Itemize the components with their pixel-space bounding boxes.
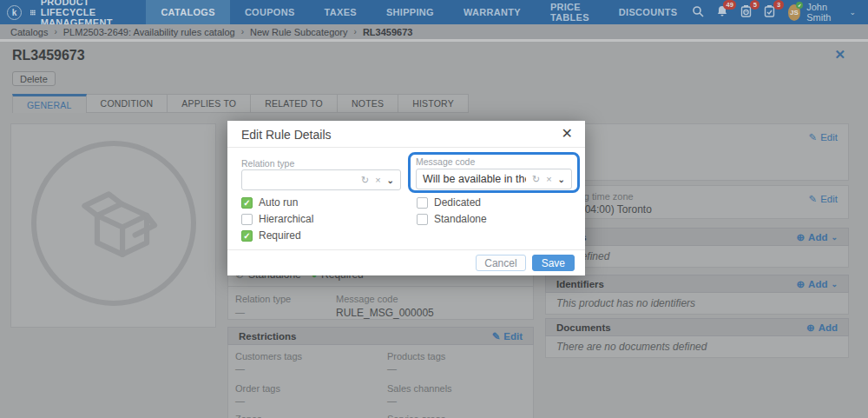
dedicated-checkbox[interactable] <box>417 197 428 209</box>
required-checkbox[interactable] <box>241 230 253 242</box>
field-value: — <box>387 395 397 406</box>
breadcrumb-catalog[interactable]: PLM2503-2649: Availability rules catalog <box>63 27 235 37</box>
documents-add-button[interactable]: ⊕ Add <box>806 322 838 334</box>
app-brand: PRODUCT LIFECYCLE MANAGEMENT <box>30 0 146 24</box>
nav-item-discounts[interactable]: DISCOUNTS <box>604 0 692 24</box>
breadcrumb-separator-icon: › <box>241 27 244 36</box>
checkbox-row-required: Required <box>241 229 301 242</box>
cancel-button[interactable]: Cancel <box>476 255 525 271</box>
user-name: John Smith <box>806 2 843 23</box>
nav-item-shipping[interactable]: SHIPPING <box>372 0 449 24</box>
tab-history[interactable]: HISTORY <box>398 94 469 113</box>
tab-bar: GENERAL CONDITION APPLIES TO RELATED TO … <box>12 94 469 113</box>
timezone-edit-button[interactable]: ✎ Edit <box>809 193 838 205</box>
summary-edit-button[interactable]: ✎ Edit <box>809 131 838 143</box>
plus-circle-icon: ⊕ <box>796 278 805 290</box>
nav-item-coupons[interactable]: COUPONS <box>230 0 310 24</box>
nav-item-catalogs[interactable]: CATALOGS <box>146 0 230 24</box>
breadcrumb: Catalogs › PLM2503-2649: Availability ru… <box>0 24 868 39</box>
nav-item-taxes[interactable]: TAXES <box>310 0 372 24</box>
relation-type-field-label: Relation type <box>241 158 294 169</box>
pencil-icon: ✎ <box>809 131 818 143</box>
modal-header-divider <box>227 147 585 148</box>
row-divider <box>228 286 533 287</box>
product-image-card <box>10 123 216 328</box>
hierarchical-checkbox[interactable] <box>241 214 253 225</box>
pencil-icon: ✎ <box>492 330 501 342</box>
message-code-input-value[interactable]: Will be available in the future <box>423 173 526 185</box>
delete-button[interactable]: Delete <box>12 71 56 86</box>
modal-footer: Cancel Save <box>227 249 585 275</box>
nav-item-price-tables[interactable]: PRICE TABLES <box>536 0 604 24</box>
user-avatar: JS ✓ <box>788 4 801 21</box>
field-label: Order tags <box>235 383 280 394</box>
message-code-field-label: Message code <box>416 156 572 167</box>
grid-menu-icon <box>30 8 36 17</box>
refresh-icon[interactable]: ↻ <box>532 174 540 185</box>
checkbox-row-standalone: Standalone <box>417 213 487 225</box>
tab-general[interactable]: GENERAL <box>12 94 87 113</box>
image-placeholder-circle <box>31 141 196 306</box>
plm-app: k PRODUCT LIFECYCLE MANAGEMENT CATALOGS … <box>0 0 868 418</box>
identifiers-add-button[interactable]: ⊕ Add ⌄ <box>796 278 838 290</box>
modal-close-icon[interactable]: ✕ <box>562 125 573 142</box>
plus-circle-icon: ⊕ <box>806 322 815 334</box>
notifications-badge: 49 <box>723 0 736 10</box>
identifiers-section-header: Identifiers ⊕ Add ⌄ <box>545 275 849 293</box>
clear-icon[interactable]: × <box>375 175 380 185</box>
checkbox-row-auto-run: Auto run <box>241 196 298 209</box>
field-label: Customers tags <box>235 351 302 362</box>
timezone-card: Catalog time zone (UTC-04:00) Toronto ✎ … <box>545 185 849 219</box>
online-status-icon: ✓ <box>796 2 803 9</box>
chevron-down-icon[interactable]: ⌄ <box>558 175 565 184</box>
auto-run-checkbox[interactable] <box>241 197 253 209</box>
plus-circle-icon: ⊕ <box>796 231 805 243</box>
tab-condition[interactable]: CONDITION <box>87 94 168 113</box>
relation-type-combobox[interactable]: ↻ × ⌄ <box>241 169 401 190</box>
restrictions-body: Customers tags — Products tags — Order t… <box>227 345 534 418</box>
chevron-down-icon: ⌄ <box>849 8 856 17</box>
nav-menu: CATALOGS COUPONS TAXES SHIPPING WARRANTY… <box>146 0 692 24</box>
breadcrumb-catalogs[interactable]: Catalogs <box>10 27 48 37</box>
tasks-clipboard-icon[interactable]: 5 <box>740 5 752 19</box>
tasks-badge: 5 <box>750 0 760 10</box>
prices-section-body: Not defined <box>545 246 849 268</box>
message-code-combobox[interactable]: Will be available in the future ↻ × ⌄ <box>416 169 572 189</box>
relation-type-value: — <box>235 307 245 317</box>
nav-item-warranty[interactable]: WARRANTY <box>449 0 536 24</box>
notifications-bell-icon[interactable]: 49 <box>716 5 728 19</box>
field-value: — <box>235 395 245 406</box>
chevron-down-icon: ⌄ <box>831 233 838 242</box>
breadcrumb-subcategory[interactable]: New Rule Subcategory <box>250 27 348 37</box>
field-label: Service areas <box>387 414 445 418</box>
nav-right-tools: 49 5 3 JS ✓ John <box>692 0 868 24</box>
search-icon[interactable] <box>692 5 704 19</box>
field-label: Sales channels <box>387 383 452 394</box>
message-code-label: Message code <box>336 294 398 304</box>
tab-applies-to[interactable]: APPLIES TO <box>168 94 251 113</box>
approvals-clipboard-icon[interactable]: 3 <box>764 5 775 19</box>
breadcrumb-separator-icon: › <box>54 27 56 36</box>
checkbox-row-hierarchical: Hierarchical <box>241 213 313 225</box>
save-button[interactable]: Save <box>532 255 575 271</box>
standalone-checkbox[interactable] <box>417 214 428 225</box>
message-code-value: RULE_MSG_000005 <box>336 307 434 319</box>
prices-add-button[interactable]: ⊕ Add ⌄ <box>796 231 838 243</box>
field-label: Products tags <box>387 351 445 362</box>
tab-notes[interactable]: NOTES <box>338 94 398 113</box>
chevron-down-icon[interactable]: ⌄ <box>387 176 394 185</box>
documents-section-body: There are no documents defined <box>545 336 849 358</box>
user-menu[interactable]: JS ✓ John Smith ⌄ <box>788 2 856 23</box>
page-close-icon[interactable]: ✕ <box>834 47 845 63</box>
refresh-icon[interactable]: ↻ <box>361 175 369 186</box>
clear-icon[interactable]: × <box>546 174 551 184</box>
modal-title: Edit Rule Details <box>241 128 332 142</box>
chevron-down-icon: ⌄ <box>831 280 838 289</box>
documents-section-header: Documents ⊕ Add <box>545 318 849 336</box>
restrictions-edit-button[interactable]: ✎ Edit <box>492 330 523 342</box>
top-navbar: k PRODUCT LIFECYCLE MANAGEMENT CATALOGS … <box>0 0 868 24</box>
prices-section-header: Prices ⊕ Add ⌄ <box>545 228 849 246</box>
breadcrumb-separator-icon: › <box>354 27 357 36</box>
app-logo[interactable]: k <box>0 0 30 24</box>
tab-related-to[interactable]: RELATED TO <box>251 94 338 113</box>
